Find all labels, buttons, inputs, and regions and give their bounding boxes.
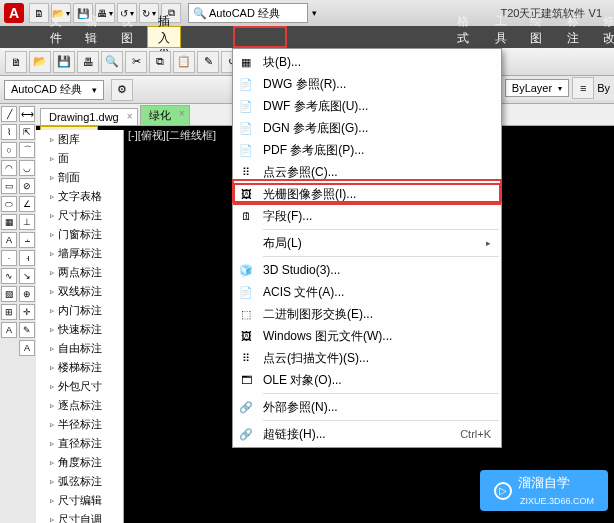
menu-item-dgn-ref[interactable]: 📄DGN 参考底图(G)... (233, 117, 501, 139)
menu-insert[interactable]: 插入(I) (147, 26, 181, 48)
tb-save-icon[interactable]: 💾 (53, 51, 75, 73)
tb-match-icon[interactable]: ✎ (197, 51, 219, 73)
tree-item[interactable]: 逐点标注 (36, 396, 123, 415)
text-icon-a[interactable]: A (1, 232, 17, 248)
shortcut-text: Ctrl+K (460, 428, 491, 440)
file-tab-drawing1[interactable]: Drawing1.dwg (40, 108, 138, 125)
dim-arc-icon[interactable]: ⌒ (19, 142, 35, 158)
workspace-dropdown[interactable]: AutoCAD 经典 (4, 80, 104, 100)
dim-aligned-icon[interactable]: ⇱ (19, 124, 35, 140)
tree-item[interactable]: 两点标注 (36, 263, 123, 282)
tree-item[interactable]: 剖面 (36, 168, 123, 187)
menu-view[interactable]: 视图(V) (111, 26, 147, 48)
menu-modify[interactable]: 修改( (593, 26, 614, 48)
menu-item-hyperlink[interactable]: 🔗超链接(H)...Ctrl+K (233, 423, 501, 445)
tb-preview-icon[interactable]: 🔍 (101, 51, 123, 73)
menu-edit[interactable]: 编辑(E) (75, 26, 111, 48)
dim-ordinate-icon[interactable]: ⊥ (19, 214, 35, 230)
dim-edit-icon[interactable]: ✎ (19, 322, 35, 338)
dim-radius-icon[interactable]: ◡ (19, 160, 35, 176)
dim-linear-icon[interactable]: ⟷ (19, 106, 35, 122)
menu-item-layout[interactable]: 布局(L) (233, 232, 501, 254)
tree-item[interactable]: 快速标注 (36, 320, 123, 339)
workspace-search[interactable]: 🔍 AutoCAD 经典 (188, 3, 308, 23)
menu-item-pointcloud-scan[interactable]: ⠿点云(扫描文件)(S)... (233, 347, 501, 369)
tree-item[interactable]: 双线标注 (36, 282, 123, 301)
tree-item[interactable]: 尺寸标注 (36, 206, 123, 225)
menu-item-xref[interactable]: 🔗外部参照(N)... (233, 396, 501, 418)
mtext-icon[interactable]: A (1, 322, 17, 338)
tb-plot-icon[interactable]: 🖶 (77, 51, 99, 73)
dim-center-icon[interactable]: ✛ (19, 304, 35, 320)
tree-item[interactable]: 尺寸自调 (36, 510, 123, 523)
menu-tools[interactable]: 工具(T) (485, 26, 520, 48)
bylayer-combo[interactable]: ByLayer (505, 79, 569, 97)
menu-item-dwg-ref[interactable]: 📄DWG 参照(R)... (233, 73, 501, 95)
rect-icon[interactable]: ▭ (1, 178, 17, 194)
dropdown-icon[interactable]: ▾ (312, 8, 317, 18)
dim-style-icon[interactable]: A (19, 340, 35, 356)
tree-item[interactable]: 内门标注 (36, 301, 123, 320)
tree-item[interactable]: 角度标注 (36, 453, 123, 472)
tb-paste-icon[interactable]: 📋 (173, 51, 195, 73)
dim-baseline-icon[interactable]: ⫠ (19, 232, 35, 248)
table-icon[interactable]: ⊞ (1, 304, 17, 320)
block-icon: ▦ (235, 53, 257, 71)
tree-item[interactable]: 文字表格 (36, 187, 123, 206)
tree-item[interactable]: 自由标注 (36, 339, 123, 358)
line-icon[interactable]: ╱ (1, 106, 17, 122)
qat-undo-icon[interactable]: ↻ (139, 3, 159, 23)
draw-toolbar: ╱ ⌇ ○ ◠ ▭ ⬭ ▦ A · ∿ ▧ ⊞ A (0, 104, 18, 523)
circle-icon[interactable]: ○ (1, 142, 17, 158)
tb-open-icon[interactable]: 📂 (29, 51, 51, 73)
ole-icon: 🗔 (235, 371, 257, 389)
menu-dim[interactable]: 标注(N) (557, 26, 594, 48)
menu-item-pdf-ref[interactable]: 📄PDF 参考底图(P)... (233, 139, 501, 161)
tree-item[interactable]: 图库 (36, 130, 123, 149)
menu-item-dwf-ref[interactable]: 📄DWF 参考底图(U)... (233, 95, 501, 117)
menu-item-3ds[interactable]: 🧊3D Studio(3)... (233, 259, 501, 281)
dim-tolerance-icon[interactable]: ⊕ (19, 286, 35, 302)
app-logo[interactable]: A (4, 3, 24, 23)
region-icon[interactable]: ▧ (1, 286, 17, 302)
tree-item[interactable]: 墙厚标注 (36, 244, 123, 263)
tb-copy-icon[interactable]: ⧉ (149, 51, 171, 73)
menu-item-dxb[interactable]: ⬚二进制图形交换(E)... (233, 303, 501, 325)
file-tab-greening[interactable]: 绿化 (140, 105, 190, 125)
workspace-gear-icon[interactable]: ⚙ (111, 79, 133, 101)
tree-item[interactable]: 尺寸编辑 (36, 491, 123, 510)
viewport-label[interactable]: [-][俯视][二维线框] (128, 128, 216, 143)
tb-cut-icon[interactable]: ✂ (125, 51, 147, 73)
menu-item-ole[interactable]: 🗔OLE 对象(O)... (233, 369, 501, 391)
point-icon[interactable]: · (1, 250, 17, 266)
menu-file[interactable]: 文件(F) (40, 26, 75, 48)
dim-leader-icon[interactable]: ↘ (19, 268, 35, 284)
modify-toolbar: ⟷ ⇱ ⌒ ◡ ⊘ ∠ ⊥ ⫠ ⫞ ↘ ⊕ ✛ ✎ A (18, 104, 36, 523)
tree-item[interactable]: 楼梯标注 (36, 358, 123, 377)
menu-item-block[interactable]: ▦块(B)... (233, 51, 501, 73)
tree-item[interactable]: 弧弦标注 (36, 472, 123, 491)
hatch-icon[interactable]: ▦ (1, 214, 17, 230)
spline-icon[interactable]: ∿ (1, 268, 17, 284)
tree-item[interactable]: 直径标注 (36, 434, 123, 453)
tree-item[interactable]: 面 (36, 149, 123, 168)
tree-item[interactable]: 半径标注 (36, 415, 123, 434)
tb-new-icon[interactable]: 🗎 (5, 51, 27, 73)
tree-item[interactable]: 门窗标注 (36, 225, 123, 244)
menu-item-wmf[interactable]: 🖼Windows 图元文件(W)... (233, 325, 501, 347)
dgn-icon: 📄 (235, 119, 257, 137)
qat-new-icon[interactable]: 🗎 (29, 3, 49, 23)
menu-item-acis[interactable]: 📄ACIS 文件(A)... (233, 281, 501, 303)
ellipse-icon[interactable]: ⬭ (1, 196, 17, 212)
by-label: By (597, 82, 610, 94)
menu-draw[interactable]: 绘图(D) (520, 26, 557, 48)
dim-angular-icon[interactable]: ∠ (19, 196, 35, 212)
menu-format[interactable]: 格式(O) (447, 26, 484, 48)
arc-icon[interactable]: ◠ (1, 160, 17, 176)
menu-item-field[interactable]: 🗓字段(F)... (233, 205, 501, 227)
dim-continue-icon[interactable]: ⫞ (19, 250, 35, 266)
polyline-icon[interactable]: ⌇ (1, 124, 17, 140)
dim-diameter-icon[interactable]: ⊘ (19, 178, 35, 194)
tree-item[interactable]: 外包尺寸 (36, 377, 123, 396)
lineweight-icon[interactable]: ≡ (572, 77, 594, 99)
